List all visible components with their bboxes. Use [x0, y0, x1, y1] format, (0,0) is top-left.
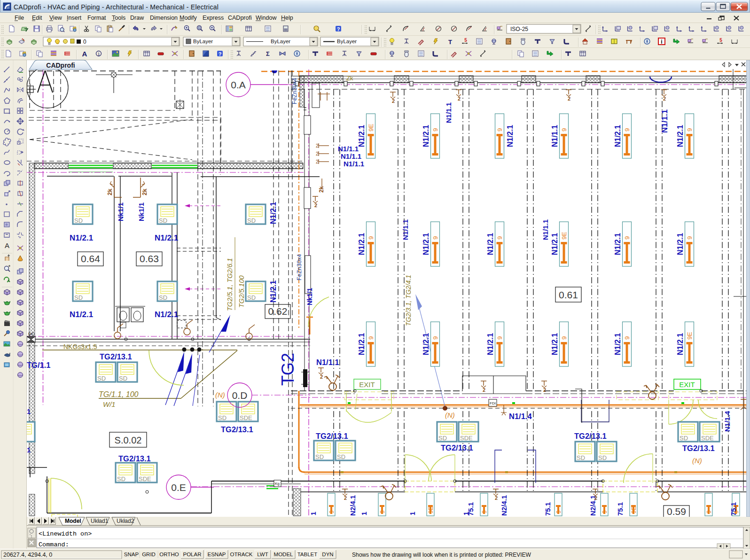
svg-text:0.63: 0.63 — [140, 253, 159, 264]
svg-text:0.59: 0.59 — [667, 506, 686, 517]
svg-text:Nk1/1: Nk1/1 — [117, 202, 125, 221]
svg-text:TG2/13.1: TG2/13.1 — [682, 444, 715, 452]
svg-text:SDE: SDE — [139, 475, 151, 482]
svg-text:9E: 9E — [686, 332, 693, 340]
svg-text:0: 0 — [83, 39, 86, 45]
svg-text:9: 9 — [686, 236, 693, 240]
svg-text:(N): (N) — [215, 391, 225, 399]
svg-text:SDE: SDE — [460, 435, 473, 442]
svg-text:(N): (N) — [445, 411, 455, 419]
svg-text:FeZn30x4: FeZn30x4 — [291, 78, 298, 104]
svg-text:TG2/13.1: TG2/13.1 — [316, 432, 348, 440]
svg-text:9E: 9E — [631, 506, 637, 513]
svg-text:9E: 9E — [428, 506, 434, 513]
svg-text:Modify: Modify — [180, 15, 197, 21]
svg-text:2: 2 — [316, 159, 319, 164]
svg-text:N1/1.1: N1/1.1 — [445, 102, 453, 123]
svg-text:TG2/13.1: TG2/13.1 — [574, 432, 607, 440]
svg-text:SD: SD — [438, 435, 447, 442]
svg-text:N1/2.1: N1/2.1 — [358, 333, 366, 355]
svg-text:SD: SD — [159, 294, 167, 301]
svg-text:FeZn30x4: FeZn30x4 — [296, 254, 303, 280]
svg-text:N1/2.1: N1/2.1 — [614, 125, 622, 147]
svg-text:SD: SD — [218, 414, 227, 421]
svg-text:ESNAP: ESNAP — [208, 552, 226, 557]
svg-text:Σ: Σ — [266, 50, 270, 57]
svg-text:NKGs3x1.5: NKGs3x1.5 — [63, 343, 97, 350]
svg-text:9: 9 — [481, 510, 488, 513]
svg-text:9: 9 — [686, 128, 693, 132]
svg-text:SD: SD — [598, 454, 607, 461]
svg-text:N1/2.1: N1/2.1 — [422, 333, 430, 355]
svg-text:9: 9 — [555, 510, 562, 513]
svg-text:9: 9 — [561, 128, 568, 132]
svg-text:2: 2 — [392, 98, 395, 104]
svg-text:TG2/13.1: TG2/13.1 — [118, 454, 151, 463]
svg-text:MC: MC — [28, 332, 35, 336]
svg-text:N1/1.1: N1/1.1 — [344, 160, 364, 168]
svg-text:Model: Model — [65, 518, 81, 524]
svg-text:2: 2 — [344, 495, 347, 501]
svg-text:EXIT: EXIT — [359, 381, 375, 389]
svg-text:N1/2.1: N1/2.1 — [676, 333, 684, 355]
svg-text:N1/2.1: N1/2.1 — [358, 125, 366, 147]
svg-text:Format: Format — [87, 15, 106, 21]
svg-text:SD: SD — [74, 294, 83, 301]
svg-text:i: i — [661, 39, 662, 45]
svg-text:N1/1.1: N1/1.1 — [660, 109, 669, 133]
svg-text:2k: 2k — [106, 188, 113, 195]
svg-text:N1/1.1: N1/1.1 — [401, 219, 409, 240]
svg-text:File: File — [15, 15, 24, 21]
svg-text:2: 2 — [543, 387, 546, 393]
svg-text:0.D: 0.D — [232, 390, 248, 401]
svg-text:?: ? — [337, 26, 340, 32]
svg-text:SD: SD — [159, 217, 167, 224]
svg-text:2: 2 — [458, 96, 461, 101]
svg-text:N1/2.1: N1/2.1 — [155, 310, 178, 319]
svg-text:2: 2 — [594, 495, 597, 501]
svg-text:N1/2.1: N1/2.1 — [486, 233, 494, 255]
svg-text:Zk: Zk — [346, 75, 353, 82]
svg-text:75.1: 75.1 — [616, 502, 624, 516]
svg-text:Draw: Draw — [130, 15, 144, 21]
svg-text:N1/2.1: N1/2.1 — [676, 125, 684, 147]
svg-text:2: 2 — [483, 387, 485, 393]
svg-text:MODEL: MODEL — [274, 552, 294, 557]
svg-text:Express: Express — [203, 15, 224, 21]
svg-text:Shows how the drawing will loo: Shows how the drawing will look when it … — [352, 552, 531, 558]
svg-text:75.1: 75.1 — [544, 502, 552, 516]
svg-text:9: 9 — [496, 236, 503, 240]
svg-text:9: 9 — [561, 336, 568, 340]
svg-text:9: 9 — [328, 510, 335, 513]
svg-text:SD: SD — [97, 375, 106, 382]
svg-text:SD: SD — [247, 217, 256, 224]
svg-text:9: 9 — [624, 128, 631, 132]
svg-text:TG2/13.1: TG2/13.1 — [441, 443, 473, 452]
svg-text:SD: SD — [117, 475, 125, 482]
svg-text:9: 9 — [432, 236, 439, 240]
svg-text:W/1: W/1 — [103, 400, 116, 408]
svg-text:9: 9 — [367, 236, 375, 240]
svg-text:N1/2.1: N1/2.1 — [269, 280, 277, 303]
svg-text:N1/2.1: N1/2.1 — [358, 233, 366, 255]
svg-text:N1/2.1: N1/2.1 — [422, 125, 430, 147]
svg-text:SNAP: SNAP — [124, 552, 139, 557]
svg-text:A: A — [5, 241, 9, 249]
svg-text:SD: SD — [74, 217, 83, 224]
svg-text:1: 1 — [97, 52, 100, 56]
svg-text:CADprofi: CADprofi — [46, 62, 75, 69]
svg-text:T: T — [448, 39, 452, 46]
svg-text:9: 9 — [432, 336, 439, 340]
svg-text:1: 1 — [409, 512, 416, 515]
svg-text:CADprofi: CADprofi — [228, 15, 252, 21]
svg-text:A: A — [82, 50, 87, 58]
svg-text:TG2/5.100: TG2/5.100 — [238, 275, 245, 308]
svg-text:SD: SD — [577, 454, 585, 461]
svg-text:N1/1.1: N1/1.1 — [316, 358, 339, 366]
svg-text:TG2/13.1: TG2/13.1 — [100, 352, 132, 361]
svg-text:Command:: Command: — [39, 541, 69, 548]
svg-text:1: 1 — [27, 407, 31, 415]
svg-text:OTRACK: OTRACK — [230, 552, 253, 557]
svg-text:2k: 2k — [318, 186, 325, 193]
svg-text:N1/2.1: N1/2.1 — [614, 333, 622, 355]
